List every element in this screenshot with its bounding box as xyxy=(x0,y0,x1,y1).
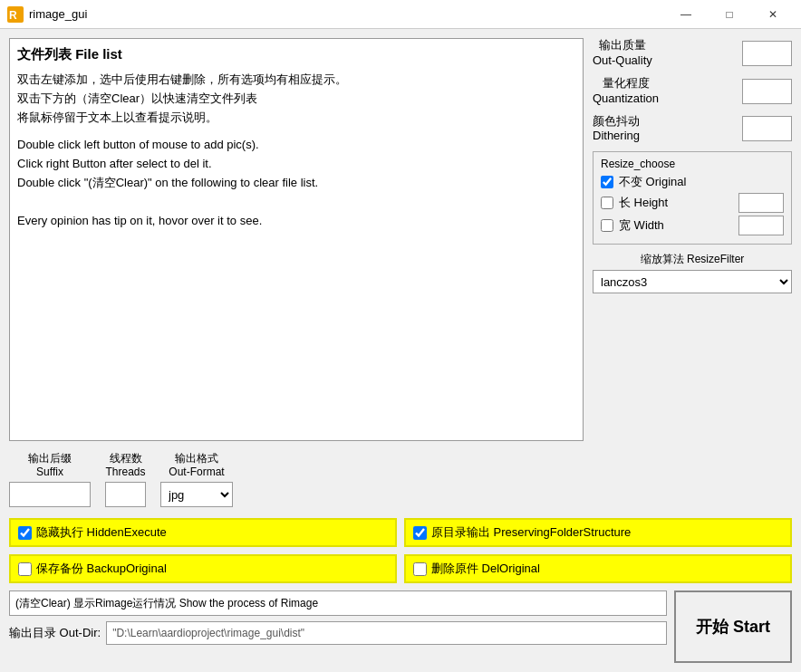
resize-filter-label: 缩放算法 ResizeFilter xyxy=(593,252,792,267)
height-label: 长 Height xyxy=(619,195,733,211)
checkbox-row-1: 隐藏执行 HiddenExecute 原目录输出 PreservingFolde… xyxy=(9,518,792,547)
bottom-row1: 输出后缀 Suffix _updated 线程数 Threads 4 输出格式 … xyxy=(9,448,792,511)
format-select[interactable]: jpg png webp avif xyxy=(160,482,233,507)
top-section: 文件列表 File list 双击左键添加，选中后使用右键删除，所有选项均有相应… xyxy=(9,38,792,441)
out-quality-row: 输出质量 Out-Quality 85 xyxy=(593,38,792,69)
threads-label: 线程数 Threads xyxy=(105,452,145,480)
width-input[interactable] xyxy=(738,216,784,235)
resize-filter-select[interactable]: lanczos3 nearest bilinear bicubic xyxy=(593,270,792,293)
title-bar-controls: — □ ✕ xyxy=(665,4,794,25)
del-original-checkbox-item[interactable]: 删除原件 DelOriginal xyxy=(404,554,792,583)
svg-text:R: R xyxy=(9,9,17,22)
out-quality-input[interactable]: 85 xyxy=(742,41,792,66)
quantization-label: 量化程度 Quantization xyxy=(593,76,659,107)
format-label: 输出格式 Out-Format xyxy=(169,452,224,480)
width-row: 宽 Width xyxy=(601,216,784,235)
suffix-label: 输出后缀 Suffix xyxy=(28,452,72,480)
original-row: 不变 Original xyxy=(601,174,784,190)
threads-input[interactable]: 4 xyxy=(105,482,146,507)
zh-instructions: 双击左键添加，选中后使用右键删除，所有选项均有相应提示。 双击下方的（清空Cle… xyxy=(17,71,575,127)
del-original-checkbox[interactable] xyxy=(413,562,427,576)
resize-choose-label: Resize_choose xyxy=(601,158,784,170)
threads-field: 线程数 Threads 4 xyxy=(105,452,146,507)
bottom-main: (清空Clear) 显示Rimage运行情况 Show the process … xyxy=(9,590,667,663)
del-original-label: 删除原件 DelOriginal xyxy=(431,561,540,577)
backup-checkbox[interactable] xyxy=(18,562,32,576)
title-bar-left: R rimage_gui xyxy=(7,6,87,23)
outdir-value[interactable]: "D:\Learn\aardioproject\rimage_gui\dist" xyxy=(106,621,667,645)
format-field: 输出格式 Out-Format jpg png webp avif xyxy=(160,452,233,507)
width-checkbox[interactable] xyxy=(601,219,613,232)
quantization-row: 量化程度 Quantization 100 xyxy=(593,76,792,107)
backup-label: 保存备份 BackupOriginal xyxy=(36,561,167,577)
hidden-execute-label: 隐藏执行 HiddenExecute xyxy=(36,524,167,541)
height-checkbox[interactable] xyxy=(601,197,613,209)
en-instructions: Double click left button of mouse to add… xyxy=(17,136,575,230)
width-label: 宽 Width xyxy=(619,217,733,234)
start-button[interactable]: 开始 Start xyxy=(674,590,792,663)
outdir-row: 输出目录 Out-Dir: "D:\Learn\aardioproject\ri… xyxy=(9,621,667,645)
process-outdir-section: (清空Clear) 显示Rimage运行情况 Show the process … xyxy=(9,590,792,663)
hidden-execute-checkbox[interactable] xyxy=(18,526,32,540)
preserving-checkbox-item[interactable]: 原目录输出 PreservingFolderStructure xyxy=(404,518,792,547)
process-bar[interactable]: (清空Clear) 显示Rimage运行情况 Show the process … xyxy=(9,590,667,616)
title-bar: R rimage_gui — □ ✕ xyxy=(0,0,801,29)
close-button[interactable]: ✕ xyxy=(752,4,794,25)
minimize-button[interactable]: — xyxy=(665,4,707,25)
dithering-row: 颜色抖动 Dithering 100 xyxy=(593,114,792,145)
outdir-label: 输出目录 Out-Dir: xyxy=(9,625,101,641)
resize-section: Resize_choose 不变 Original 长 Height 宽 Wid… xyxy=(593,151,792,245)
process-row: (清空Clear) 显示Rimage运行情况 Show the process … xyxy=(9,590,667,616)
height-row: 长 Height xyxy=(601,193,784,213)
height-input[interactable] xyxy=(738,193,784,213)
hidden-execute-checkbox-item[interactable]: 隐藏执行 HiddenExecute xyxy=(9,518,397,547)
preserving-checkbox[interactable] xyxy=(413,526,427,540)
file-list-title: 文件列表 File list xyxy=(17,46,575,63)
maximize-button[interactable]: □ xyxy=(709,4,750,25)
app-title: rimage_gui xyxy=(29,7,87,21)
resize-filter-section: 缩放算法 ResizeFilter lanczos3 nearest bilin… xyxy=(593,252,792,293)
right-panel: 输出质量 Out-Quality 85 量化程度 Quantization 10… xyxy=(593,38,792,441)
dithering-input[interactable]: 100 xyxy=(742,116,792,141)
app-icon: R xyxy=(7,6,24,23)
suffix-field: 输出后缀 Suffix _updated xyxy=(9,452,91,507)
backup-checkbox-item[interactable]: 保存备份 BackupOriginal xyxy=(9,554,397,583)
original-checkbox[interactable] xyxy=(601,176,613,188)
main-window: 文件列表 File list 双击左键添加，选中后使用右键删除，所有选项均有相应… xyxy=(0,29,801,672)
suffix-input[interactable]: _updated xyxy=(9,482,91,507)
preserving-label: 原目录输出 PreservingFolderStructure xyxy=(431,524,631,541)
quantization-input[interactable]: 100 xyxy=(742,79,792,104)
dithering-label: 颜色抖动 Dithering xyxy=(593,114,640,145)
file-list-content: 双击左键添加，选中后使用右键删除，所有选项均有相应提示。 双击下方的（清空Cle… xyxy=(17,71,575,230)
out-quality-label: 输出质量 Out-Quality xyxy=(593,38,652,69)
original-label: 不变 Original xyxy=(619,174,784,190)
file-list-panel[interactable]: 文件列表 File list 双击左键添加，选中后使用右键删除，所有选项均有相应… xyxy=(9,38,584,441)
checkbox-row-2: 保存备份 BackupOriginal 删除原件 DelOriginal xyxy=(9,554,792,583)
